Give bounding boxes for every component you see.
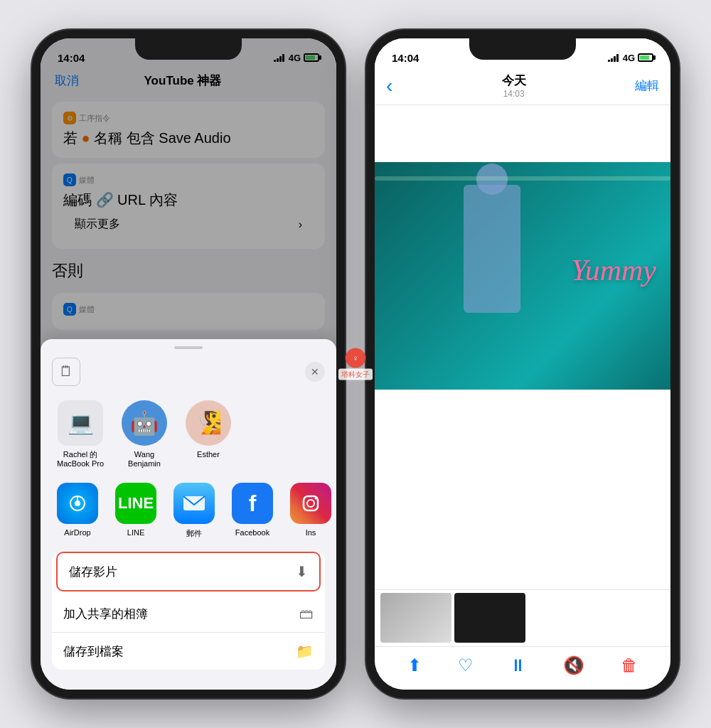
- mail-icon: [173, 483, 215, 524]
- contact-rachel[interactable]: 💻 Rachel 的MacBook Pro: [52, 400, 109, 469]
- action-save-files-label: 儲存到檔案: [63, 643, 124, 660]
- heart-button[interactable]: ♡: [458, 655, 474, 675]
- pause-button[interactable]: ⏸: [510, 655, 527, 675]
- action-shared-album-label: 加入共享的相簿: [63, 606, 148, 622]
- action-save-files[interactable]: 儲存到檔案 📁: [52, 633, 325, 670]
- action-shared-album[interactable]: 加入共享的相簿 🗃: [52, 596, 325, 633]
- phone-right: 14:04 4G ‹ 今天 14:03 編輯: [366, 30, 679, 698]
- instagram-icon: [290, 483, 331, 524]
- photos-nav: ‹ 今天 14:03 編輯: [375, 70, 670, 105]
- avatar-wang: 🤖: [122, 400, 167, 446]
- strip-thumb-2[interactable]: [454, 593, 525, 643]
- sheet-handle: [174, 346, 203, 349]
- svg-point-6: [315, 498, 317, 500]
- figure-body: [464, 185, 520, 313]
- save-files-icon: 📁: [296, 643, 314, 660]
- phones-container: 14:04 4G 取消 YouTube 神器: [18, 16, 693, 712]
- contacts-row: 💻 Rachel 的MacBook Pro 🤖 WangBenjamin 🧏 E…: [41, 393, 336, 476]
- app-mail[interactable]: 郵件: [169, 483, 220, 539]
- contact-wang[interactable]: 🤖 WangBenjamin: [116, 400, 173, 469]
- app-facebook[interactable]: f Facebook: [227, 483, 278, 539]
- mute-button[interactable]: 🔇: [563, 655, 584, 675]
- facebook-icon: f: [232, 483, 273, 524]
- app-airdrop[interactable]: AirDrop: [52, 483, 103, 539]
- close-icon: ✕: [311, 366, 319, 378]
- signal-bars-right: [608, 53, 619, 62]
- photos-title-group: 今天 14:03: [502, 73, 526, 99]
- battery-fill-right: [640, 55, 649, 60]
- save-video-icon: ⬇: [296, 563, 308, 580]
- svg-point-5: [307, 500, 314, 507]
- sheet-close-button[interactable]: ✕: [305, 362, 325, 382]
- time-right: 14:04: [392, 52, 419, 64]
- share-sheet: 🗒 ✕ 💻 Rachel 的MacBook Pro 🤖 WangBenjamin: [41, 339, 336, 690]
- app-name-airdrop: AirDrop: [64, 528, 90, 537]
- edit-button[interactable]: 編輯: [635, 77, 659, 94]
- status-icons-right: 4G: [608, 53, 653, 63]
- battery-right: [638, 53, 653, 62]
- document-icon: 🗒: [59, 363, 73, 380]
- photos-subtitle: 14:03: [502, 89, 526, 99]
- back-button[interactable]: ‹: [386, 75, 392, 97]
- app-name-line: LINE: [127, 528, 144, 537]
- action-save-video-label: 儲存影片: [69, 564, 117, 580]
- app-name-facebook: Facebook: [235, 528, 269, 537]
- dimmed-overlay: [41, 38, 336, 380]
- status-bar-right: 14:04 4G: [375, 38, 670, 70]
- photo-strip: [375, 589, 670, 646]
- photo-toolbar: ⬆ ♡ ⏸ 🔇 🗑: [375, 646, 670, 690]
- contact-esther[interactable]: 🧏 Esther: [180, 400, 237, 469]
- share-button[interactable]: ⬆: [407, 655, 422, 675]
- phone-left: 14:04 4G 取消 YouTube 神器: [32, 30, 345, 698]
- network-label-right: 4G: [623, 53, 635, 63]
- action-list: 儲存影片 ⬇ 加入共享的相簿 🗃 儲存到檔案 📁: [52, 552, 325, 670]
- photos-title: 今天: [502, 73, 526, 89]
- app-name-instagram: Ins: [306, 528, 316, 537]
- sheet-header: 🗒 ✕: [41, 355, 336, 393]
- contact-name-esther: Esther: [197, 450, 220, 459]
- strip-thumb-1[interactable]: [380, 593, 451, 643]
- phone2-content: 14:04 4G ‹ 今天 14:03 編輯: [375, 38, 670, 690]
- white-space-top: [375, 105, 670, 162]
- shared-album-icon: 🗃: [299, 606, 314, 622]
- app-line[interactable]: LINE LINE: [110, 483, 161, 539]
- svg-point-1: [75, 500, 80, 506]
- contact-name-rachel: Rachel 的MacBook Pro: [57, 450, 104, 469]
- delete-button[interactable]: 🗑: [621, 655, 638, 675]
- airdrop-icon: [57, 483, 98, 524]
- action-save-video[interactable]: 儲存影片 ⬇: [56, 552, 321, 592]
- avatar-rachel: 💻: [58, 400, 103, 446]
- phone1-content: 14:04 4G 取消 YouTube 神器: [41, 38, 336, 690]
- ceiling-light: [375, 176, 670, 181]
- line-icon: LINE: [115, 483, 156, 524]
- sheet-file-icon: 🗒: [52, 358, 80, 386]
- apps-row: AirDrop LINE LINE 郵件 f Facebook: [41, 476, 336, 546]
- avatar-esther: 🧏: [186, 400, 231, 446]
- app-name-mail: 郵件: [186, 528, 202, 539]
- white-space-bottom: [375, 390, 670, 589]
- yummy-text: Yummy: [571, 253, 656, 287]
- photo-image: Yummy: [375, 162, 670, 390]
- contact-name-wang: WangBenjamin: [128, 450, 161, 469]
- app-instagram[interactable]: Ins: [285, 483, 336, 539]
